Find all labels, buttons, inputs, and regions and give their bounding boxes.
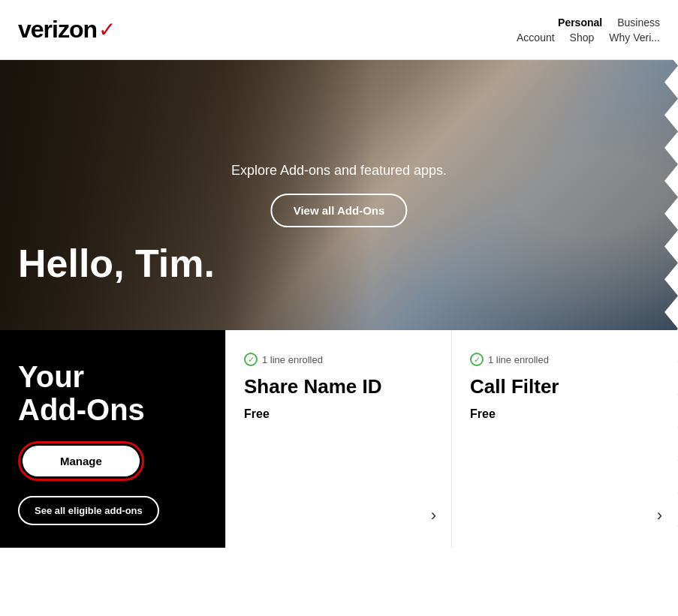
page-wrapper: verizon✓ Personal Business Account Shop … bbox=[0, 0, 678, 548]
bottom-section: Your Add-Ons Manage See all eligible add… bbox=[0, 330, 678, 548]
hero-subtitle: Explore Add-ons and featured apps. bbox=[231, 163, 447, 179]
enrolled-text-2: 1 line enrolled bbox=[488, 354, 549, 365]
enrolled-badge-2: ✓ 1 line enrolled bbox=[470, 353, 659, 366]
hero-cta-area: Explore Add-ons and featured apps. View … bbox=[231, 163, 447, 227]
hero-section: Hello, Tim. Explore Add-ons and featured… bbox=[0, 60, 678, 330]
header: verizon✓ Personal Business Account Shop … bbox=[0, 0, 678, 60]
enrolled-badge-1: ✓ 1 line enrolled bbox=[244, 353, 433, 366]
logo[interactable]: verizon✓ bbox=[18, 16, 116, 44]
addon-price-2: Free bbox=[470, 407, 659, 421]
manage-button-wrapper: Manage bbox=[18, 441, 144, 481]
nav-why-verizon[interactable]: Why Veri... bbox=[609, 32, 660, 44]
addon-cards-container: ✓ 1 line enrolled Share Name ID Free › ✓… bbox=[225, 330, 678, 548]
main-nav: Personal Business Account Shop Why Veri.… bbox=[517, 17, 660, 44]
manage-button[interactable]: Manage bbox=[23, 446, 140, 476]
nav-account[interactable]: Account bbox=[517, 32, 555, 44]
add-ons-title: Your Add-Ons bbox=[18, 360, 207, 426]
nav-top-row: Personal Business bbox=[558, 17, 660, 29]
nav-personal[interactable]: Personal bbox=[558, 17, 602, 29]
addon-card-share-name-id[interactable]: ✓ 1 line enrolled Share Name ID Free › bbox=[226, 330, 452, 548]
nav-shop[interactable]: Shop bbox=[570, 32, 595, 44]
nav-business[interactable]: Business bbox=[617, 17, 660, 29]
add-ons-panel: Your Add-Ons Manage See all eligible add… bbox=[0, 330, 225, 548]
addon-card-call-filter[interactable]: ✓ 1 line enrolled Call Filter Free › bbox=[452, 330, 678, 548]
check-circle-icon-2: ✓ bbox=[470, 353, 484, 366]
logo-checkmark: ✓ bbox=[98, 17, 116, 42]
see-all-button[interactable]: See all eligible add-ons bbox=[18, 496, 159, 525]
addon-name-1: Share Name ID bbox=[244, 375, 433, 398]
view-addons-button[interactable]: View all Add-Ons bbox=[271, 194, 408, 227]
check-circle-icon-1: ✓ bbox=[244, 353, 258, 366]
hero-greeting: Hello, Tim. bbox=[18, 242, 215, 285]
addon-name-2: Call Filter bbox=[470, 375, 659, 398]
enrolled-text-1: 1 line enrolled bbox=[262, 354, 323, 365]
logo-text: verizon bbox=[18, 16, 97, 44]
addon-price-1: Free bbox=[244, 407, 433, 421]
addon-arrow-icon-1[interactable]: › bbox=[431, 506, 436, 525]
hero-greeting-area: Hello, Tim. bbox=[18, 242, 215, 285]
nav-bottom-row: Account Shop Why Veri... bbox=[517, 32, 660, 44]
addon-arrow-icon-2[interactable]: › bbox=[657, 506, 662, 525]
